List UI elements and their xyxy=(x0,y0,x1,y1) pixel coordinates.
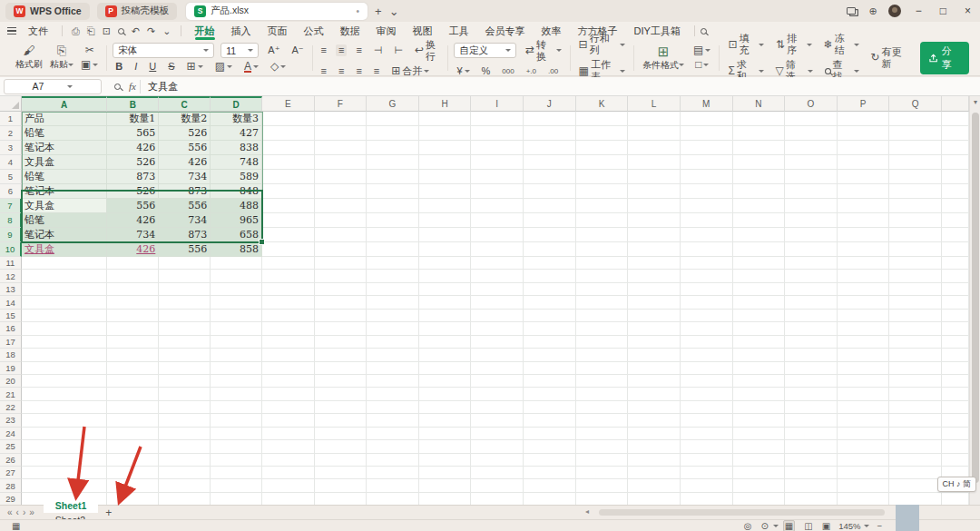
cell-F10[interactable] xyxy=(315,242,368,257)
cell-K18[interactable] xyxy=(576,349,629,361)
cell-P2[interactable] xyxy=(838,126,890,141)
column-header-E[interactable]: E xyxy=(262,96,315,112)
cell-E27[interactable] xyxy=(262,467,315,479)
bold-button[interactable]: B xyxy=(113,61,125,73)
cell-Q15[interactable] xyxy=(889,310,942,322)
cell-Q2[interactable] xyxy=(889,126,942,141)
cell-M19[interactable] xyxy=(681,362,733,375)
cell-H23[interactable] xyxy=(419,414,472,427)
cell-L27[interactable] xyxy=(628,467,681,479)
cell-I13[interactable] xyxy=(471,283,524,296)
rows-columns-button[interactable]: ⊟行和列 xyxy=(576,33,629,56)
column-header-C[interactable]: C xyxy=(159,96,211,112)
italic-button[interactable]: I xyxy=(132,61,140,73)
cell-L28[interactable] xyxy=(628,479,681,492)
cell-M23[interactable] xyxy=(681,414,733,427)
cell-D6[interactable]: 848 xyxy=(211,184,262,199)
row-header-4[interactable]: 4 xyxy=(0,155,22,170)
cell-N4[interactable] xyxy=(733,155,786,170)
cell-E21[interactable] xyxy=(262,388,315,400)
cell-A4[interactable]: 文具盒 xyxy=(22,155,108,170)
cell-E25[interactable] xyxy=(262,440,315,453)
cell-O16[interactable] xyxy=(785,322,838,335)
cell-F16[interactable] xyxy=(315,322,368,335)
cell-P13[interactable] xyxy=(838,283,890,296)
cell-N14[interactable] xyxy=(733,296,786,309)
cell-K28[interactable] xyxy=(576,479,629,492)
cell-J28[interactable] xyxy=(524,479,576,492)
cell-O24[interactable] xyxy=(785,428,838,440)
cell-C20[interactable] xyxy=(159,375,211,388)
user-avatar[interactable] xyxy=(888,5,901,17)
cell-D8[interactable]: 965 xyxy=(211,213,262,228)
cell-M6[interactable] xyxy=(681,184,733,199)
undo-icon[interactable]: ↶ xyxy=(132,25,140,37)
cell-N15[interactable] xyxy=(733,310,786,322)
cell-R25[interactable] xyxy=(942,440,969,453)
sort-button[interactable]: ⇅排序 xyxy=(773,33,815,56)
cell-E3[interactable] xyxy=(262,141,315,155)
cell-R24[interactable] xyxy=(942,428,969,440)
cell-C6[interactable]: 873 xyxy=(159,184,211,199)
cell-N13[interactable] xyxy=(733,283,786,296)
freeze-button[interactable]: ❄冻结 xyxy=(821,33,863,56)
cell-E10[interactable] xyxy=(262,242,315,257)
fill-color-button[interactable]: ▨ xyxy=(212,61,235,73)
row-header-2[interactable]: 2 xyxy=(0,126,22,141)
row-header-7[interactable]: 7 xyxy=(0,199,22,213)
cell-P14[interactable] xyxy=(838,296,890,309)
cell-R16[interactable] xyxy=(942,322,969,335)
increase-decimal-button[interactable]: +.0 xyxy=(524,65,539,77)
cell-F21[interactable] xyxy=(315,388,368,400)
tab-close-dot[interactable]: • xyxy=(357,6,360,16)
cell-D16[interactable] xyxy=(211,322,262,335)
cell-R18[interactable] xyxy=(942,349,969,361)
cell-G20[interactable] xyxy=(367,375,419,388)
cell-F27[interactable] xyxy=(315,467,368,479)
cell-B22[interactable] xyxy=(107,401,159,414)
cell-Q16[interactable] xyxy=(889,322,942,335)
cell-R29[interactable] xyxy=(942,493,969,505)
cell-E8[interactable] xyxy=(262,213,315,228)
cell-C21[interactable] xyxy=(159,388,211,400)
conditional-format-button[interactable]: ⊞ 条件格式 xyxy=(640,44,687,72)
cell-F20[interactable] xyxy=(315,375,368,388)
cell-I22[interactable] xyxy=(471,401,524,414)
cell-N19[interactable] xyxy=(733,362,786,375)
cell-C19[interactable] xyxy=(159,362,211,375)
underline-button[interactable]: U xyxy=(146,61,159,73)
cell-I10[interactable] xyxy=(471,242,524,257)
cell-F9[interactable] xyxy=(315,228,368,242)
cell-N20[interactable] xyxy=(733,375,786,388)
cell-I4[interactable] xyxy=(471,155,524,170)
cell-O13[interactable] xyxy=(785,283,838,296)
cell-D5[interactable]: 589 xyxy=(211,170,262,184)
workspace-icon[interactable] xyxy=(847,7,856,15)
cell-F29[interactable] xyxy=(315,493,368,505)
cell-A2[interactable]: 铅笔 xyxy=(22,126,108,141)
cell-K8[interactable] xyxy=(576,213,629,228)
status-table-icon[interactable]: ▦ xyxy=(12,521,20,531)
cell-P21[interactable] xyxy=(838,388,890,400)
cell-L8[interactable] xyxy=(628,213,681,228)
align-top-button[interactable]: ≡ xyxy=(318,44,329,56)
cell-D3[interactable]: 838 xyxy=(211,141,262,155)
cell-H12[interactable] xyxy=(419,270,472,282)
cell-D26[interactable] xyxy=(211,454,262,467)
cell-I23[interactable] xyxy=(471,414,524,427)
cell-N22[interactable] xyxy=(733,401,786,414)
cell-N23[interactable] xyxy=(733,414,786,427)
cell-B12[interactable] xyxy=(107,270,159,282)
cell-M4[interactable] xyxy=(681,155,733,170)
scrollbar-top-icon[interactable]: ▾ xyxy=(970,98,980,106)
menu-tab-效率[interactable]: 效率 xyxy=(534,24,570,38)
cell-B14[interactable] xyxy=(107,296,159,309)
fill-button[interactable]: ⊡填充 xyxy=(725,33,767,56)
cell-G12[interactable] xyxy=(367,270,419,282)
cell-D22[interactable] xyxy=(211,401,262,414)
cell-M15[interactable] xyxy=(681,310,733,322)
merge-cells-button[interactable]: ⊞合并 xyxy=(388,65,432,77)
cut-button[interactable]: ✂ xyxy=(83,44,97,56)
row-header-11[interactable]: 11 xyxy=(0,257,22,270)
cell-L6[interactable] xyxy=(628,184,681,199)
